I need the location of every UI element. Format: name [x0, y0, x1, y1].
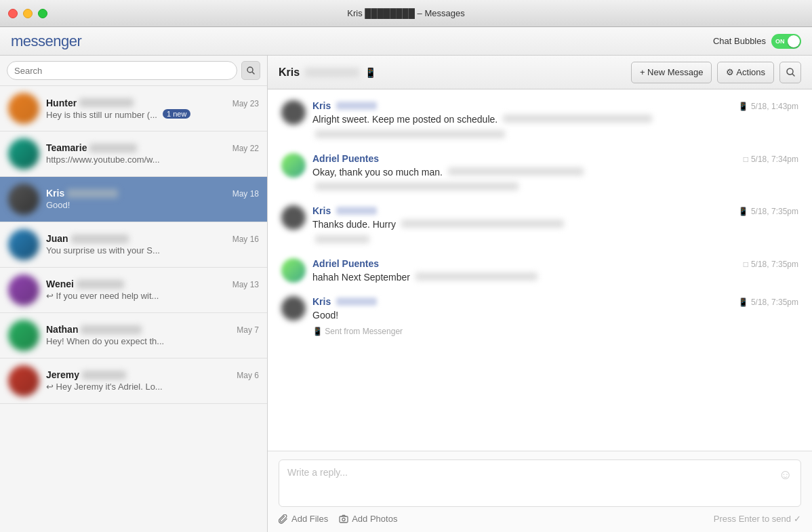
- search-bar: [0, 56, 267, 86]
- conversation-item-juan[interactable]: Juan May 16 You surprise us with your S.…: [0, 222, 267, 268]
- svg-line-3: [792, 74, 794, 76]
- conv-preview-nathan: Hey! When do you expect th...: [46, 336, 164, 346]
- mobile-icon: 📱: [365, 67, 376, 78]
- close-button[interactable]: [8, 9, 18, 18]
- msg-time-4: 📱 5/18, 7:35pm: [738, 298, 798, 307]
- conv-name-wenei: Wenei: [46, 279, 74, 289]
- title-bar: Kris ████████ – Messages: [0, 0, 812, 27]
- conversation-item-wenei[interactable]: Wenei May 13 ↩ If you ever need help wit…: [0, 268, 267, 313]
- reply-tools: Add Files Add Photos: [279, 514, 397, 524]
- reply-footer: Add Files Add Photos Press Enter to send…: [279, 514, 801, 524]
- conv-date-hunter: May 23: [232, 99, 259, 108]
- msg-text-3: hahah Next September: [312, 271, 798, 285]
- conversation-item-teamarie[interactable]: Teamarie May 22 https://www.youtube.com/…: [0, 131, 267, 177]
- conv-date-jeremy: May 6: [237, 371, 259, 380]
- msg-text-2-blurred-2: [315, 235, 369, 243]
- msg-time-1: □ 5/18, 7:34pm: [744, 155, 798, 164]
- conv-date-wenei: May 13: [232, 280, 259, 289]
- conv-date-nathan: May 7: [237, 325, 259, 335]
- msg-text-3-blurred: [415, 272, 537, 281]
- avatar-juan: [8, 229, 39, 260]
- toggle-knob: [788, 35, 800, 47]
- message-row-0: Kris 📱 5/18, 1:43pm Alright sweet. Keep …: [281, 100, 798, 141]
- conv-content-hunter: Hunter May 23 Hey is this still ur numbe…: [46, 98, 259, 120]
- conv-preview-kris: Good!: [46, 200, 70, 210]
- conv-preview-wenei: ↩ If you ever need help wit...: [46, 291, 159, 301]
- svg-line-1: [253, 73, 255, 75]
- conv-date-kris: May 18: [232, 189, 259, 199]
- conv-name-jeremy-blurred: [82, 371, 126, 380]
- search-input[interactable]: [7, 61, 237, 80]
- msg-avatar-kris-2: [281, 205, 306, 230]
- add-photos-label: Add Photos: [352, 514, 397, 524]
- press-enter-indicator: Press Enter to send ✓: [714, 514, 801, 524]
- message-row-1: Adriel Puentes □ 5/18, 7:34pm Okay, than…: [281, 153, 798, 194]
- message-row-2: Kris 📱 5/18, 7:35pm Thanks dude. Hurry: [281, 205, 798, 246]
- conversation-item-jeremy[interactable]: Jeremy May 6 ↩ Hey Jeremy it's Adriel. L…: [0, 359, 267, 404]
- conv-preview-hunter: Hey is this still ur number (...: [46, 110, 157, 120]
- conv-date-teamarie: May 22: [232, 144, 259, 153]
- reply-placeholder: Write a reply...: [287, 467, 348, 478]
- msg-avatar-adriel-3: [281, 258, 306, 283]
- msg-avatar-kris-0: [281, 100, 306, 125]
- checkmark-icon: ✓: [794, 514, 801, 524]
- msg-text-1: Okay, thank you so much man.: [312, 166, 798, 180]
- emoji-button[interactable]: ☺: [779, 467, 792, 483]
- add-photos-button[interactable]: Add Photos: [339, 514, 397, 524]
- chat-title: Kris 📱: [279, 66, 376, 79]
- avatar-wenei: [8, 274, 39, 306]
- msg-sender-4-blurred: [336, 298, 377, 306]
- conv-name-hunter-blurred: [79, 98, 134, 107]
- add-files-label: Add Files: [291, 514, 328, 524]
- conv-content-wenei: Wenei May 13 ↩ If you ever need help wit…: [46, 279, 259, 302]
- camera-icon: [339, 514, 348, 524]
- chat-contact-name-blurred: [305, 68, 359, 77]
- search-icon: [247, 66, 255, 75]
- search-chat-icon: [786, 68, 795, 77]
- conv-preview-juan: You surprise us with your S...: [46, 245, 160, 255]
- avatar-jeremy: [8, 365, 39, 396]
- msg-sender-0-blurred: [336, 102, 377, 110]
- conv-name-kris: Kris: [46, 188, 64, 199]
- msg-body-3: Adriel Puentes □ 5/18, 7:35pm hahah Next…: [312, 258, 798, 285]
- new-message-button[interactable]: + New Message: [631, 62, 712, 83]
- svg-point-5: [342, 518, 345, 520]
- msg-mobile-icon-4: 📱: [738, 298, 748, 307]
- actions-button[interactable]: ⚙ Actions: [717, 62, 774, 83]
- search-submit-button[interactable]: [241, 61, 260, 80]
- msg-text-4: Good!: [312, 309, 798, 323]
- msg-body-1: Adriel Puentes □ 5/18, 7:34pm Okay, than…: [312, 153, 798, 194]
- minimize-button[interactable]: [23, 9, 33, 18]
- msg-body-2: Kris 📱 5/18, 7:35pm Thanks dude. Hurry: [312, 205, 798, 246]
- conv-name-juan-blurred: [71, 234, 129, 243]
- msg-text-0: Alright sweet. Keep me posted on schedul…: [312, 113, 798, 127]
- right-panel: Kris 📱 + New Message ⚙ Actions: [268, 56, 812, 532]
- conversation-item-kris[interactable]: Kris May 18 Good!: [0, 177, 267, 222]
- chat-bubbles-label: Chat Bubbles: [713, 36, 766, 46]
- msg-text-1-blurred: [448, 167, 584, 176]
- avatar-nathan: [8, 320, 39, 351]
- message-row-4: Kris 📱 5/18, 7:35pm Good! 📱 Sent from Me…: [281, 296, 798, 336]
- msg-sender-2-blurred: [336, 207, 377, 215]
- conversation-item-nathan[interactable]: Nathan May 7 Hey! When do you expect th.…: [0, 313, 267, 359]
- toggle-on-label: ON: [775, 38, 785, 45]
- conv-name-nathan: Nathan: [46, 324, 78, 335]
- msg-text-0-blurred: [503, 115, 652, 123]
- msg-body-4: Kris 📱 5/18, 7:35pm Good! 📱 Sent from Me…: [312, 296, 798, 336]
- sidebar: Hunter May 23 Hey is this still ur numbe…: [0, 56, 268, 532]
- svg-point-0: [247, 67, 253, 73]
- msg-mobile-icon-0: 📱: [738, 102, 748, 111]
- conv-preview-jeremy: ↩ Hey Jeremy it's Adriel. Lo...: [46, 382, 163, 392]
- add-files-button[interactable]: Add Files: [279, 514, 328, 524]
- avatar-hunter: [8, 93, 39, 124]
- conversations-list: Hunter May 23 Hey is this still ur numbe…: [0, 86, 267, 532]
- chat-header: Kris 📱 + New Message ⚙ Actions: [268, 56, 812, 89]
- search-chat-button[interactable]: [779, 62, 801, 83]
- maximize-button[interactable]: [38, 9, 47, 18]
- msg-sender-4: Kris: [312, 296, 331, 307]
- conversation-item-hunter[interactable]: Hunter May 23 Hey is this still ur numbe…: [0, 86, 267, 131]
- msg-sender-3: Adriel Puentes: [312, 258, 379, 269]
- reply-area: Write a reply... ☺ Add Files: [268, 451, 812, 532]
- chat-bubbles-toggle-pill[interactable]: ON: [771, 34, 801, 49]
- conv-preview-teamarie: https://www.youtube.com/w...: [46, 155, 160, 165]
